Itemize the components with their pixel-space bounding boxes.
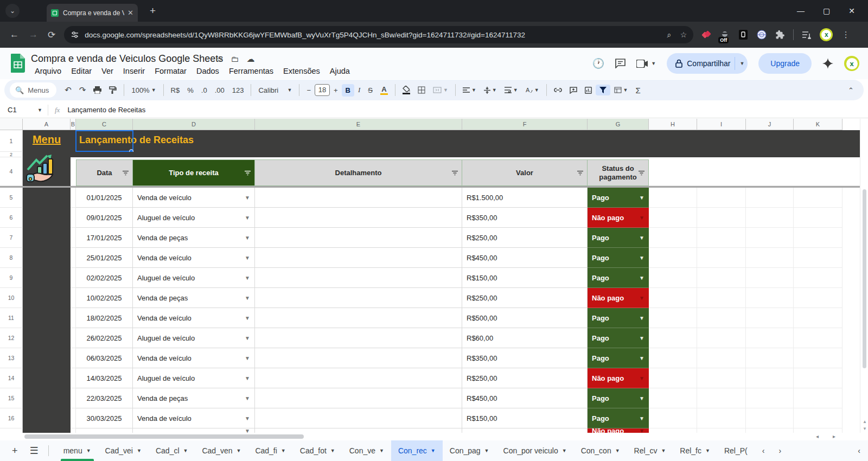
browser-menu-kebab-icon[interactable]: ⋮ xyxy=(840,29,851,40)
dropdown-icon[interactable]: ▼ xyxy=(639,295,644,301)
spreadsheet-grid[interactable]: ABCDEFGHIJK 1 Menu Lançamento de Receita… xyxy=(0,119,860,433)
cell-type-dropdown[interactable]: Venda de peças▼ xyxy=(133,228,255,248)
cell-status-dropdown[interactable]: Pago▼ xyxy=(588,308,649,328)
table-row[interactable]: 12 26/02/2025 Aluguel de veículo▼ R$60,0… xyxy=(0,328,860,348)
menu-ajuda[interactable]: Ajuda xyxy=(325,66,355,76)
cell-status-dropdown[interactable]: Não pago▼ xyxy=(588,368,649,388)
tab-dropdown-icon[interactable]: ▼ xyxy=(281,448,286,453)
cell-type-dropdown[interactable]: Venda de veículo▼ xyxy=(133,188,255,208)
merge-cells-button[interactable]: ▼ xyxy=(429,85,452,95)
cell-value[interactable]: R$60,00 xyxy=(462,328,588,348)
window-minimize-button[interactable]: — xyxy=(797,7,805,15)
dropdown-icon[interactable]: ▼ xyxy=(639,415,644,421)
extensions-puzzle-icon[interactable] xyxy=(775,29,786,40)
column-header-H[interactable]: H xyxy=(649,119,697,130)
cell-date[interactable]: 22/03/2025 xyxy=(76,388,133,408)
meet-dropdown-icon[interactable]: ▼ xyxy=(651,61,656,66)
decrease-decimal-button[interactable]: .0 xyxy=(197,84,211,97)
document-title[interactable]: Compra e venda de Veiculos Google Sheets xyxy=(31,53,223,65)
dropdown-icon[interactable]: ▼ xyxy=(639,355,644,361)
cell-type-dropdown[interactable]: Venda de peças▼ xyxy=(133,388,255,408)
borders-button[interactable] xyxy=(414,84,429,96)
cell-type-dropdown[interactable]: Venda de veículo▼ xyxy=(133,248,255,268)
cell-date[interactable]: 18/02/2025 xyxy=(76,308,133,328)
strikethrough-button[interactable]: S xyxy=(364,84,376,97)
cell-type-dropdown[interactable]: Aluguel de veículo▼ xyxy=(133,328,255,348)
share-dropdown-icon[interactable]: ▼ xyxy=(739,61,744,66)
cell-status-dropdown[interactable]: Pago▼ xyxy=(588,228,649,248)
column-header-C[interactable]: C xyxy=(76,119,133,130)
tabs-scroll-left-icon[interactable]: ‹ xyxy=(762,446,765,455)
row-header-13[interactable]: 13 xyxy=(0,348,23,368)
cell-status-dropdown[interactable]: Não pago▼ xyxy=(588,208,649,228)
zoom-page-icon[interactable]: ⌕ xyxy=(667,30,672,40)
tabs-scroll-right-icon[interactable]: › xyxy=(778,446,781,455)
hand-chart-icon[interactable] xyxy=(24,151,56,184)
cell-value[interactable]: R$450,00 xyxy=(462,248,588,268)
sheet-tab-rel-p-[interactable]: Rel_P( xyxy=(717,440,755,461)
cell-type-dropdown[interactable]: Venda de peças▼ xyxy=(133,288,255,308)
tab-dropdown-icon[interactable]: ▼ xyxy=(615,448,620,453)
share-button[interactable]: Compartilhar ▼ xyxy=(667,53,748,74)
row-header-5[interactable]: 5 xyxy=(0,188,23,208)
bookmark-star-icon[interactable]: ☆ xyxy=(680,30,687,40)
cell-status-dropdown[interactable]: Pago▼ xyxy=(588,188,649,208)
create-filter-button[interactable] xyxy=(596,85,610,95)
cell-detail[interactable] xyxy=(255,348,462,368)
table-row[interactable]: 5 01/01/2025 Venda de veículo▼ R$1.500,0… xyxy=(0,188,860,208)
undo-button[interactable]: ↶ xyxy=(61,83,75,97)
browser-profile-avatar[interactable]: x xyxy=(820,28,833,41)
upgrade-button[interactable]: Upgrade xyxy=(758,53,812,74)
redo-button[interactable]: ↷ xyxy=(75,83,90,97)
header-data[interactable]: Data xyxy=(76,159,133,186)
cell-type-dropdown[interactable]: Aluguel de veículo▼ xyxy=(133,368,255,388)
cell-type-dropdown[interactable]: Aluguel de veículo▼ xyxy=(133,268,255,288)
text-rotation-button[interactable]: A▼ xyxy=(522,85,543,95)
table-row[interactable]: 16 30/03/2025 Venda de veículo▼ R$150,00… xyxy=(0,408,860,428)
cell-status-dropdown[interactable]: Pago▼ xyxy=(588,388,649,408)
more-formats-button[interactable]: 123 xyxy=(228,84,248,97)
cell-type-dropdown[interactable]: Venda de veículo▼ xyxy=(133,308,255,328)
column-header-I[interactable]: I xyxy=(697,119,746,130)
cell-status-dropdown[interactable]: Pago▼ xyxy=(588,268,649,288)
sheet-tab-cad-fot[interactable]: Cad_fot▼ xyxy=(293,440,342,461)
sheets-profile-avatar[interactable]: x xyxy=(844,56,859,71)
cell-type-dropdown[interactable]: Aluguel de veículo▼ xyxy=(133,208,255,228)
cell-detail[interactable] xyxy=(255,308,462,328)
column-header-K[interactable]: K xyxy=(794,119,843,130)
text-color-button[interactable]: A xyxy=(376,84,392,97)
namebox-dropdown-icon[interactable]: ▼ xyxy=(37,107,42,113)
dropdown-icon[interactable]: ▼ xyxy=(245,215,250,221)
cell-date[interactable]: 10/02/2025 xyxy=(76,288,133,308)
grid-row-2[interactable]: 2 xyxy=(0,152,860,157)
reload-icon[interactable]: ⟳ xyxy=(48,29,55,41)
horizontal-align-button[interactable]: ▼ xyxy=(459,85,480,95)
star-doc-icon[interactable]: ☆ xyxy=(216,54,223,64)
insert-chart-button[interactable] xyxy=(581,85,596,96)
cell-date[interactable]: 25/01/2025 xyxy=(76,248,133,268)
vertical-align-button[interactable]: ▼ xyxy=(480,85,501,96)
cell-value[interactable]: R$350,00 xyxy=(462,208,588,228)
side-panel-collapse-icon[interactable]: ‹ xyxy=(858,446,860,455)
tab-dropdown-icon[interactable]: ▼ xyxy=(431,448,436,453)
format-currency-button[interactable]: R$ xyxy=(167,84,184,97)
table-row[interactable]: 10 10/02/2025 Venda de peças▼ R$250,00 N… xyxy=(0,288,860,308)
table-row[interactable]: 13 06/03/2025 Venda de veículo▼ R$350,00… xyxy=(0,348,860,368)
row-header-6[interactable]: 6 xyxy=(0,208,23,228)
scroll-up-icon[interactable]: ▲ xyxy=(863,419,867,424)
sheet-tab-cad-vei[interactable]: Cad_vei▼ xyxy=(98,440,149,461)
cell-status-dropdown[interactable]: Pago▼ xyxy=(588,248,649,268)
menu-inserir[interactable]: Inserir xyxy=(118,66,150,76)
dropdown-icon[interactable]: ▼ xyxy=(245,375,250,381)
sheet-tab-cad-fi[interactable]: Cad_fi▼ xyxy=(248,440,292,461)
sheet-tab-con-pag[interactable]: Con_pag▼ xyxy=(443,440,496,461)
table-row[interactable]: 9 02/02/2025 Aluguel de veículo▼ R$150,0… xyxy=(0,268,860,288)
menu-arquivo[interactable]: Arquivo xyxy=(30,66,66,76)
cell-detail[interactable] xyxy=(255,328,462,348)
table-body[interactable]: 5 01/01/2025 Venda de veículo▼ R$1.500,0… xyxy=(0,188,860,433)
table-row[interactable]: 11 18/02/2025 Venda de veículo▼ R$500,00… xyxy=(0,308,860,328)
add-sheet-button[interactable]: + xyxy=(12,445,18,457)
cell-value[interactable]: R$250,00 xyxy=(462,368,588,388)
toolbar-collapse-icon[interactable]: ⌃ xyxy=(848,86,854,94)
new-tab-button[interactable]: + xyxy=(150,5,156,17)
